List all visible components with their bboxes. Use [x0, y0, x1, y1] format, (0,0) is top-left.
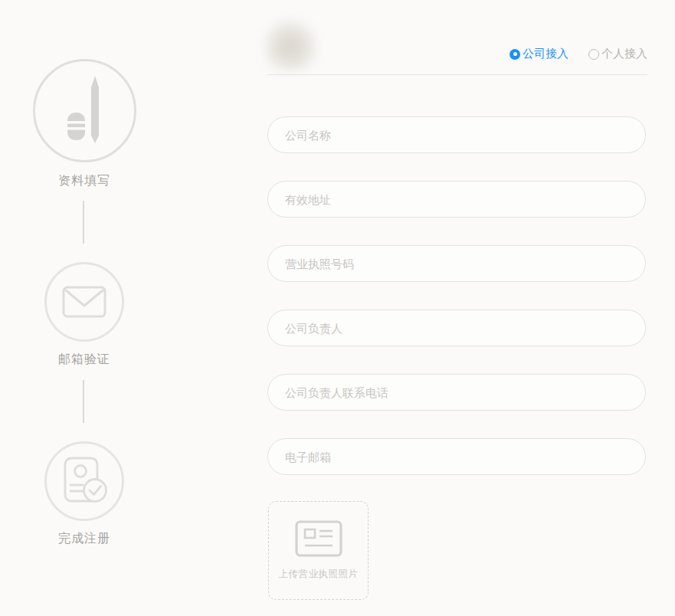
license-card-icon — [295, 520, 342, 557]
radio-unselected-icon[interactable] — [588, 49, 599, 60]
radio-company-label: 公司接入 — [523, 47, 569, 61]
radio-personal-label: 个人接入 — [601, 47, 647, 61]
envelope-icon — [62, 286, 106, 318]
license-number-field[interactable] — [267, 245, 646, 282]
company-owner-field[interactable] — [267, 310, 646, 346]
step-circle-fill-info — [33, 59, 136, 162]
upload-license-button[interactable]: 上传营业执照照片 — [268, 501, 369, 600]
pen-icon — [57, 74, 113, 148]
upload-license-label: 上传营业执照照片 — [279, 568, 359, 581]
company-name-field[interactable] — [267, 116, 646, 153]
email-field[interactable] — [267, 438, 646, 475]
address-field[interactable] — [267, 181, 646, 218]
blurred-logo — [264, 18, 316, 70]
owner-phone-field[interactable] — [267, 374, 646, 411]
access-type-radio-group: 公司接入 个人接入 — [267, 47, 647, 61]
radio-personal-access[interactable]: 个人接入 — [588, 47, 647, 61]
stepper-connector — [83, 201, 84, 244]
step-label-complete: 完成注册 — [23, 531, 146, 547]
step-circle-complete — [44, 441, 124, 521]
step-circle-email-verify — [44, 262, 124, 342]
radio-selected-icon[interactable] — [510, 49, 520, 60]
step-label-fill-info: 资料填写 — [23, 173, 146, 189]
registration-stepper: 资料填写 邮箱验证 完成注册 — [0, 0, 176, 616]
step-label-email-verify: 邮箱验证 — [23, 352, 146, 368]
header-divider — [267, 74, 647, 75]
stepper-connector — [83, 380, 84, 423]
id-check-icon — [59, 457, 110, 506]
radio-company-access[interactable]: 公司接入 — [510, 47, 569, 61]
